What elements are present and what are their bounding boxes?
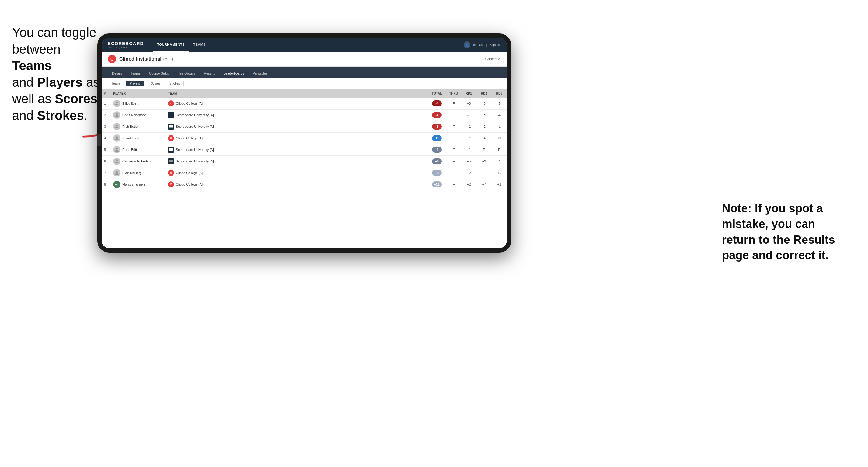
cell-rd2: -2 <box>476 121 492 132</box>
team-name: Scoreboard University [A] <box>176 148 214 152</box>
tab-leaderboards[interactable]: Leaderboards <box>219 69 249 78</box>
player-name: Blair McHarg <box>122 171 142 175</box>
sign-out-link[interactable]: Sign out <box>490 43 501 46</box>
toggle-scores[interactable]: Scores <box>147 81 164 86</box>
table-row: 4David FordCClippd College [A]EF+1-4+3 <box>102 132 507 144</box>
cell-total: +6 <box>428 155 446 167</box>
content-area: C Clippd Invitational (Men) Cancel ✕ Det… <box>102 52 507 248</box>
cell-total: -2 <box>428 121 446 132</box>
leaderboard-table: # PLAYER TEAM TOTAL THRU RD1 RD2 RD3 1El… <box>102 89 507 248</box>
team-icon <box>168 147 174 153</box>
cell-player: Blair McHarg <box>111 167 165 179</box>
cell-total: +1 <box>428 144 446 155</box>
score-badge: -2 <box>432 124 442 130</box>
cell-thru: F <box>446 167 461 179</box>
cell-rd3: +2 <box>492 179 507 190</box>
tab-course-setup[interactable]: Course Setup <box>145 69 174 78</box>
cell-team: CClippd College [A] <box>165 98 232 109</box>
cell-rd1: +1 <box>461 121 476 132</box>
cell-total: -4 <box>428 109 446 121</box>
score-badge: -8 <box>432 100 442 106</box>
player-avatar <box>113 146 121 153</box>
col-spacer <box>232 89 428 98</box>
svg-rect-16 <box>169 160 173 161</box>
cell-team: Scoreboard University [A] <box>165 155 232 167</box>
tournament-title: Clippd Invitational <box>119 56 161 62</box>
team-name: Clippd College [A] <box>176 171 203 175</box>
player-name: Chris Robertson <box>122 113 146 117</box>
cell-rd2: +2 <box>476 155 492 167</box>
cell-thru: F <box>446 179 461 190</box>
cell-team: CClippd College [A] <box>165 179 232 190</box>
cell-rd1: -5 <box>461 109 476 121</box>
tournament-header: C Clippd Invitational (Men) Cancel ✕ <box>102 52 507 67</box>
cell-rank: 7 <box>102 167 111 179</box>
tablet-screen: SCOREBOARD Powered by clippd TOURNAMENTS… <box>102 38 507 248</box>
team-icon <box>168 124 174 130</box>
tablet-side-button[interactable] <box>97 134 101 146</box>
cell-player: Rich Butler <box>111 121 165 132</box>
cell-thru: F <box>446 98 461 109</box>
svg-point-11 <box>116 148 118 150</box>
tab-teams[interactable]: Teams <box>127 69 145 78</box>
cell-rd3: +6 <box>492 167 507 179</box>
cell-player: Cameron Robertson <box>111 155 165 167</box>
team-name: Clippd College [A] <box>176 183 203 186</box>
player-avatar <box>113 158 121 165</box>
player-avatar <box>113 169 121 177</box>
team-name: Clippd College [A] <box>176 136 203 140</box>
user-icon: 👤 <box>464 41 470 48</box>
cell-player: Elliot Ebert <box>111 98 165 109</box>
svg-rect-14 <box>169 150 173 151</box>
table-row: 3Rich ButlerScoreboard University [A]-2F… <box>102 121 507 132</box>
score-badge: +6 <box>432 158 442 164</box>
tablet-device: SCOREBOARD Powered by clippd TOURNAMENTS… <box>97 33 511 252</box>
toggle-strokes[interactable]: Strokes <box>165 81 184 86</box>
svg-rect-13 <box>169 149 173 150</box>
toggle-players[interactable]: Players <box>126 81 144 86</box>
nav-teams[interactable]: TEAMS <box>189 38 210 52</box>
table-row: 1Elliot EbertCClippd College [A]-8F+3-6-… <box>102 98 507 109</box>
col-thru: THRU <box>446 89 461 98</box>
team-icon: C <box>168 170 174 176</box>
left-annotation: You can toggle between Teams and Players… <box>12 24 100 124</box>
team-icon <box>168 158 174 164</box>
col-rd1: RD1 <box>461 89 476 98</box>
sub-toggle-bar: Teams Players Scores Strokes <box>102 78 507 89</box>
svg-rect-18 <box>169 162 173 162</box>
cell-rd2: +5 <box>476 109 492 121</box>
cell-rd3: -4 <box>492 109 507 121</box>
cell-total: +11 <box>428 179 446 190</box>
score-badge: E <box>432 135 442 141</box>
cell-thru: F <box>446 121 461 132</box>
cell-total: -8 <box>428 98 446 109</box>
cell-total: +8 <box>428 167 446 179</box>
table-row: 2Chris RobertsonScoreboard University [A… <box>102 109 507 121</box>
toggle-teams[interactable]: Teams <box>108 81 124 86</box>
team-icon: C <box>168 135 174 141</box>
nav-tournaments[interactable]: TOURNAMENTS <box>153 38 189 52</box>
cell-thru: F <box>446 144 461 155</box>
cell-team: CClippd College [A] <box>165 167 232 179</box>
cell-rd2: -4 <box>476 132 492 144</box>
cell-rd2: -6 <box>476 98 492 109</box>
table-row: 7Blair McHargCClippd College [A]+8F+2+1+… <box>102 167 507 179</box>
cancel-button[interactable]: Cancel ✕ <box>485 57 501 61</box>
cell-rd1: +5 <box>461 155 476 167</box>
tab-details[interactable]: Details <box>108 69 127 78</box>
tab-printables[interactable]: Printables <box>249 69 272 78</box>
player-avatar <box>113 134 121 142</box>
player-avatar <box>113 111 121 119</box>
tab-tee-groups[interactable]: Tee Groups <box>174 69 199 78</box>
cell-rank: 8 <box>102 179 111 190</box>
cell-rd3: -1 <box>492 121 507 132</box>
col-rank: # <box>102 89 111 98</box>
cell-rd1: +2 <box>461 167 476 179</box>
cell-thru: F <box>446 155 461 167</box>
tab-results[interactable]: Results <box>199 69 219 78</box>
cell-rd3: E <box>492 144 507 155</box>
col-rd3: RD3 <box>492 89 507 98</box>
cell-thru: F <box>446 132 461 144</box>
score-badge: +1 <box>432 147 442 153</box>
cell-player: MTMarcus Turners <box>111 179 165 190</box>
